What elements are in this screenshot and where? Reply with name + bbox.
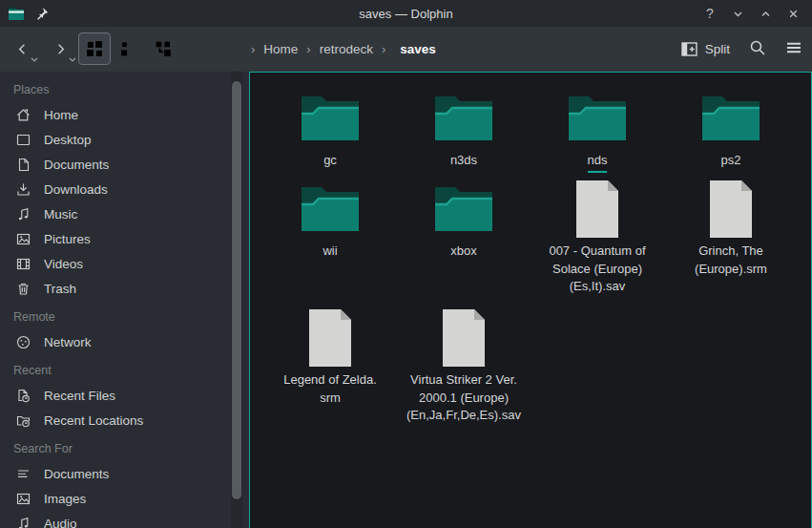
document-icon <box>15 157 31 173</box>
sidebar-item-recent-locations[interactable]: Recent Locations <box>0 408 250 433</box>
sidebar-item-videos[interactable]: Videos <box>0 251 250 276</box>
file-icon <box>306 308 354 368</box>
sidebar-item-search-images[interactable]: Images <box>0 486 250 511</box>
forward-button[interactable] <box>48 34 73 63</box>
image-icon <box>15 491 31 507</box>
folder-item-gc[interactable]: gc <box>263 86 397 177</box>
folder-icon <box>567 94 628 143</box>
search-button[interactable] <box>749 39 766 60</box>
sidebar-item-documents[interactable]: Documents <box>0 152 250 177</box>
icons-view-button[interactable] <box>78 32 111 65</box>
image-icon <box>15 231 31 247</box>
compact-view-button[interactable] <box>113 32 145 65</box>
file-icon <box>440 308 488 368</box>
folder-item-wii[interactable]: wii <box>263 177 397 306</box>
caret-down-icon <box>69 57 76 62</box>
app-folder-icon <box>8 6 25 21</box>
breadcrumb-separator: › <box>306 42 310 56</box>
help-button[interactable]: ? <box>700 4 719 23</box>
breadcrumb-separator: › <box>382 42 385 56</box>
chevron-down-icon <box>732 8 744 20</box>
sidebar-item-trash[interactable]: Trash <box>0 276 250 301</box>
details-view-button[interactable] <box>147 32 179 65</box>
folder-icon <box>433 184 494 234</box>
window-title: saves — Dolphin <box>0 7 812 21</box>
sidebar-item-search-audio[interactable]: Audio <box>0 511 250 528</box>
music-icon <box>15 516 31 528</box>
breadcrumb-separator: › <box>251 42 255 56</box>
caret-down-icon <box>31 57 38 62</box>
folder-item-xbox[interactable]: xbox <box>397 177 531 306</box>
recent-folder-icon <box>15 412 31 429</box>
minimize-button[interactable] <box>728 4 747 23</box>
breadcrumb-retrodeck[interactable]: retrodeck <box>320 42 373 56</box>
home-icon <box>15 107 31 123</box>
breadcrumb-saves[interactable]: saves <box>400 42 436 56</box>
music-icon <box>15 206 31 222</box>
text-lines-icon <box>15 466 31 482</box>
folder-item-nds[interactable]: nds <box>531 86 664 177</box>
section-header-search-for: Search For <box>0 436 250 461</box>
sidebar-item-home[interactable]: Home <box>0 102 250 127</box>
file-item-legend-of-zelda[interactable]: Legend of Zelda. srm <box>263 306 397 425</box>
file-item-virtua-striker-2[interactable]: Virtua Striker 2 Ver. 2000.1 (Europe) (E… <box>397 306 531 425</box>
split-button-label: Split <box>705 42 730 56</box>
menu-button[interactable] <box>785 39 802 60</box>
split-button[interactable]: Split <box>681 42 730 56</box>
places-panel: Places Home Desktop Documents Downloads … <box>0 72 250 528</box>
section-header-recent: Recent <box>0 358 250 383</box>
dolphin-window: saves — Dolphin ? › Home <box>0 0 812 528</box>
sidebar-item-music[interactable]: Music <box>0 201 250 226</box>
recent-file-icon <box>15 388 31 404</box>
folder-view: gc n3ds nds ps2 wii <box>249 72 812 528</box>
breadcrumb: › Home › retrodeck › saves <box>251 27 436 72</box>
grid-view-icon <box>86 40 103 57</box>
folder-item-n3ds[interactable]: n3ds <box>397 86 531 177</box>
sidebar-item-network[interactable]: Network <box>0 329 250 354</box>
section-header-places: Places <box>0 77 250 102</box>
video-icon <box>15 256 31 272</box>
compact-view-icon <box>120 40 137 57</box>
trash-icon <box>15 281 31 297</box>
maximize-button[interactable] <box>756 4 775 23</box>
back-button[interactable] <box>10 34 34 63</box>
hamburger-menu-icon <box>785 39 802 56</box>
file-icon <box>707 180 755 239</box>
close-icon <box>787 8 800 20</box>
chevron-right-icon <box>53 42 68 56</box>
sidebar-item-search-documents[interactable]: Documents <box>0 461 250 486</box>
chevron-up-icon <box>760 8 772 20</box>
folder-item-ps2[interactable]: ps2 <box>664 86 798 177</box>
folder-icon <box>300 94 361 143</box>
sidebar-scrollbar-thumb[interactable] <box>232 81 241 499</box>
search-icon <box>749 39 766 56</box>
file-icon <box>573 180 621 239</box>
sidebar-item-downloads[interactable]: Downloads <box>0 177 250 201</box>
folder-icon <box>433 94 494 143</box>
chevron-left-icon <box>15 42 30 56</box>
download-icon <box>15 181 31 198</box>
pin-icon[interactable] <box>34 7 49 21</box>
tree-view-icon <box>155 40 172 57</box>
split-view-icon <box>681 42 697 56</box>
titlebar: saves — Dolphin ? <box>0 0 812 27</box>
file-item-grinch-the[interactable]: Grinch, The (Europe).srm <box>664 177 798 306</box>
section-header-remote: Remote <box>0 305 250 329</box>
sidebar-item-desktop[interactable]: Desktop <box>0 127 250 152</box>
sidebar-item-pictures[interactable]: Pictures <box>0 226 250 251</box>
file-item-007-quantum-of-solace[interactable]: 007 - Quantum of Solace (Europe) (Es,It)… <box>531 177 664 306</box>
breadcrumb-home[interactable]: Home <box>263 42 298 56</box>
close-button[interactable] <box>783 4 802 23</box>
network-icon <box>15 334 31 350</box>
sidebar-item-recent-files[interactable]: Recent Files <box>0 383 250 408</box>
toolbar: › Home › retrodeck › saves Split <box>0 27 812 72</box>
folder-icon <box>300 184 361 234</box>
folder-icon <box>700 94 761 143</box>
desktop-icon <box>15 132 31 148</box>
